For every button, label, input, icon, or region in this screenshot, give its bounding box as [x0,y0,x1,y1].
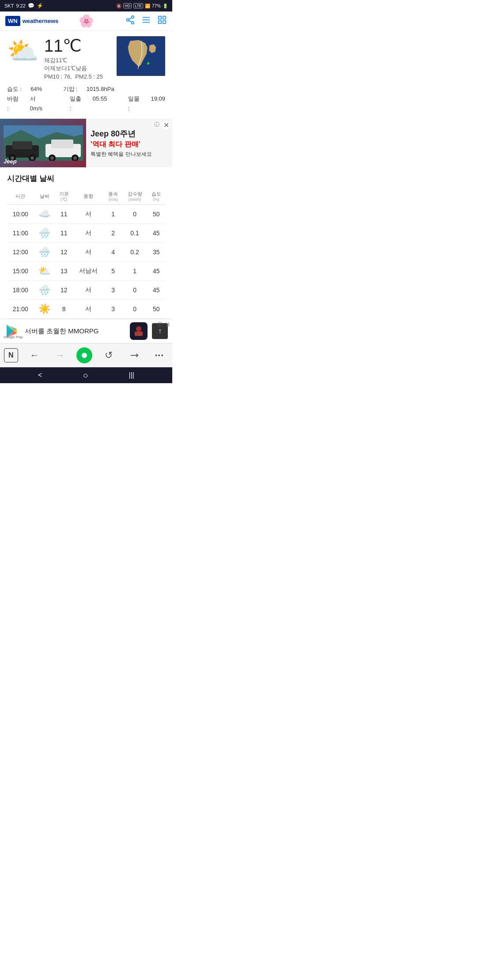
svg-point-1 [127,19,129,21]
col-wind-dir: 풍향 [73,188,104,205]
browser-nav-bar: N ← → ↺ ••• [0,343,172,367]
wind-label: 바람 : [7,94,21,113]
logo-container[interactable]: WN weathernews [5,16,58,26]
svg-point-2 [132,22,134,24]
ad-subtitle: '역대 최다 판매' [91,140,168,149]
row-rain: 0.2 [122,243,147,262]
row-humidity: 50 [148,300,165,319]
sys-recent-button[interactable]: ||| [129,371,134,379]
table-row: 10:00 ☁️ 11 서 1 0 50 [7,205,165,224]
humidity-value: 64% [30,84,42,94]
row-humidity: 45 [148,262,165,281]
ad-image: Jeep [0,119,86,167]
google-play-label: Google Play [4,335,23,339]
row-humidity: 35 [148,243,165,262]
sys-home-button[interactable]: ○ [83,370,88,381]
row-wind-speed: 2 [104,224,122,243]
svg-rect-23 [51,139,73,148]
row-rain: 0 [122,281,147,300]
bottom-ad-banner[interactable]: Google Play 서버를 초월한 MMORPG ↑ ⓘ ✕ [0,319,172,343]
feels-like-label: 체감11℃ [44,57,103,64]
row-wind-dir: 서남서 [73,262,104,281]
row-icon: 🌧️ [34,243,55,262]
svg-point-13 [147,62,150,65]
nav-forward-button[interactable]: → [51,347,69,364]
row-wind-speed: 4 [104,243,122,262]
humidity-label: 습도 : [7,84,22,94]
battery-icon: 🔋 [163,4,168,8]
svg-rect-8 [159,16,161,19]
svg-point-0 [132,16,134,19]
sys-back-button[interactable]: < [38,371,42,379]
nav-n-button[interactable]: N [4,348,18,362]
svg-rect-17 [12,141,32,149]
row-time: 10:00 [7,205,34,224]
time-label: 9:22 [16,3,25,8]
svg-point-21 [30,156,34,160]
svg-line-4 [129,18,132,19]
nav-back-button[interactable]: ← [26,347,43,364]
row-humidity: 45 [148,224,165,243]
table-row: 18:00 🌧️ 12 서 3 0 45 [7,281,165,300]
pressure-value: 1015.8hPa [87,84,114,94]
jeep-ad-banner[interactable]: Jeep Jeep 80주년 '역대 최다 판매' 특별한 혜택을 만나보세요 … [0,119,172,167]
battery-label: 77% [152,4,161,8]
row-temp: 8 [55,300,73,319]
row-rain: 0.1 [122,224,147,243]
nav-share-button[interactable] [125,347,143,364]
nav-more-button[interactable]: ••• [151,347,168,364]
status-left: SKT 9:22 💬 ⚡ [4,3,43,9]
col-temp: 기온 (℃) [55,188,73,205]
sunrise-label: 일출 : [70,94,84,113]
weather-map-thumbnail[interactable] [117,36,165,76]
row-wind-speed: 1 [104,205,122,224]
row-humidity: 50 [148,205,165,224]
svg-line-3 [129,20,132,22]
hd-icon: HD [123,3,132,8]
bottom-ad-close-button[interactable]: ✕ [165,321,170,328]
row-wind-speed: 3 [104,300,122,319]
row-wind-dir: 서 [73,300,104,319]
lte-icon: LTE [133,3,143,8]
cherry-blossom-decoration: 🌸 [79,14,94,28]
bottom-ad-info-button[interactable]: ⓘ [157,321,163,328]
weather-extra-info: 습도 : 64% 기압 : 1015.8hPa 바람 : 서 0m/s 일출 :… [7,84,165,113]
ad-desc: 특별한 혜택을 만나보세요 [91,151,168,158]
app-header: WN weathernews 🌸 [0,11,172,31]
wind-value: 서 0m/s [30,94,49,113]
row-time: 12:00 [7,243,34,262]
bottom-ad-app-icon [130,322,148,340]
spacer3 [116,94,119,113]
weather-info: 11℃ 체감11℃ 어제보다1℃낮음 PM10 : 76, PM2.5 : 25 [44,36,103,80]
row-icon: 🌧️ [34,224,55,243]
row-temp: 11 [55,205,73,224]
sunrise-value: 05:55 [93,94,107,113]
svg-point-27 [73,156,77,160]
grid-icon[interactable] [157,15,167,27]
svg-rect-11 [163,21,166,23]
hourly-section: 시간대별 날씨 시간 날씨 기온 (℃) 풍향 풍속 (m/s) [0,167,172,319]
list-icon[interactable] [141,15,151,27]
jeep-brand-label: Jeep [4,158,17,165]
row-icon: ⛅ [34,262,55,281]
row-temp: 13 [55,262,73,281]
svg-rect-9 [163,16,166,19]
row-rain: 1 [122,262,147,281]
nav-home-button[interactable] [76,347,92,363]
svg-point-25 [50,156,54,160]
row-wind-dir: 서 [73,224,104,243]
col-rain: 강수량 (mm/h) [122,188,147,205]
spacer [51,84,54,94]
row-time: 11:00 [7,224,34,243]
row-icon: ☀️ [34,300,55,319]
svg-rect-10 [159,21,161,23]
share-icon[interactable] [125,15,135,27]
col-humidity: 습도 (%) [148,188,165,205]
table-row: 11:00 🌧️ 11 서 2 0.1 45 [7,224,165,243]
weather-left: ⛅ 11℃ 체감11℃ 어제보다1℃낮음 PM10 : 76, PM2.5 : … [7,36,103,80]
row-time: 15:00 [7,262,34,281]
nav-refresh-button[interactable]: ↺ [100,347,117,364]
speed-icon: ⚡ [37,3,43,9]
spacer2 [58,94,61,113]
svg-rect-34 [135,332,143,336]
